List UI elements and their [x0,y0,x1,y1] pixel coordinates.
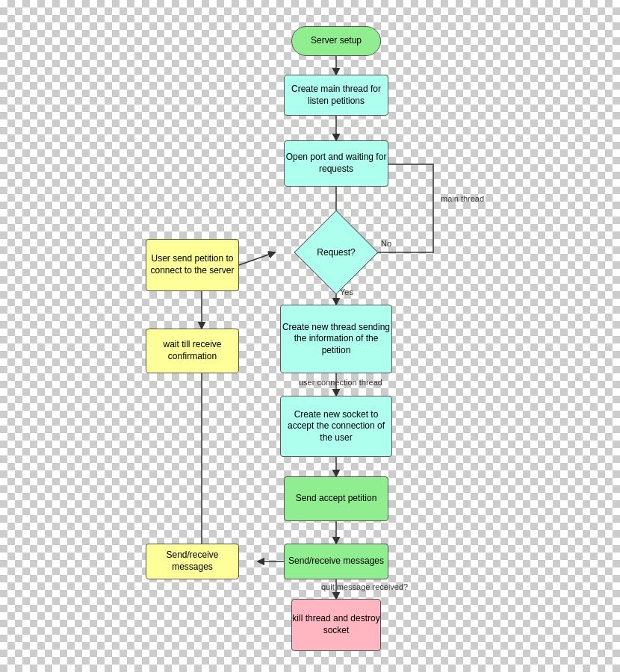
user-send-node: User send petition to connect to the ser… [146,239,239,291]
create-new-thread-node: Create new thread sending the informatio… [280,305,392,373]
create-main-thread-node: Create main thread for listen petitions [284,75,388,116]
main-thread-label: main thread [441,194,484,203]
send-accept-node: Send accept petition [284,476,388,521]
yes-label: Yes [340,287,353,296]
send-recv-client-node: Send/receive messages [146,544,239,579]
request-diamond: Request? [299,223,373,282]
wait-confirm-node: wait till receive confirmation [146,329,239,373]
create-socket-node: Create new socket to accept the connecti… [280,396,392,457]
server-setup-node: Server setup [291,26,381,56]
quit-message-label: quit message received? [321,582,408,591]
send-recv-server-node: Send/receive messages [284,544,388,579]
svg-line-5 [239,252,275,265]
user-connection-label: user connection thread [299,378,382,387]
kill-thread-node: kill thread and destroy socket [291,599,381,651]
open-port-node: Open port and waiting for requests [284,140,388,187]
no-label: No [381,239,391,248]
